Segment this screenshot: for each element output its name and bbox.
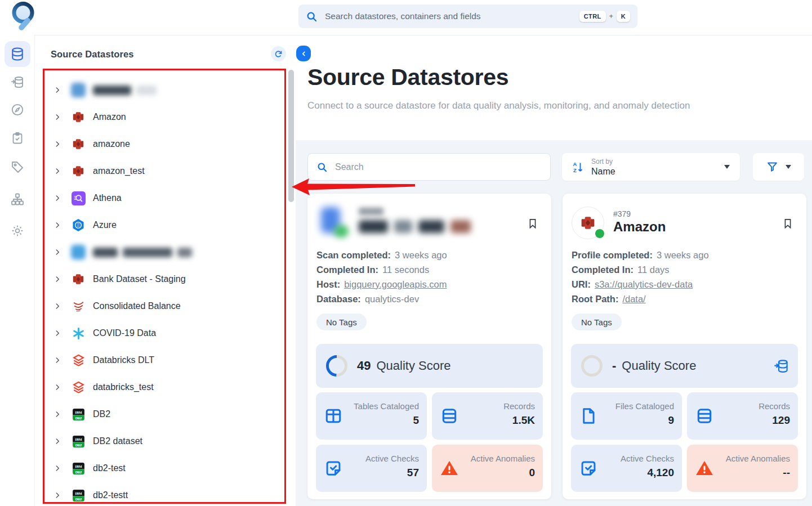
tile-label: Active Checks (621, 454, 674, 463)
chevron-right-icon[interactable] (53, 113, 61, 121)
datastore-search-input[interactable]: Search (307, 153, 551, 181)
chevron-right-icon[interactable] (53, 302, 61, 310)
global-search-input[interactable]: Search datastores, containers and fields… (298, 5, 637, 28)
chevron-right-icon[interactable] (53, 86, 61, 94)
active-anomalies-tile[interactable]: Active Anomalies 0 (432, 445, 543, 492)
quality-score-value: - (612, 359, 616, 373)
datastore-tree-item[interactable]: databricks_test (35, 374, 296, 401)
info-label: URI: (572, 279, 591, 290)
datastore-tree-item[interactable]: Athena (35, 185, 296, 212)
datastore-tree-item[interactable]: amazon_test (35, 158, 296, 185)
datastore-tree-item[interactable] (35, 77, 296, 104)
search-placeholder: Search (335, 162, 364, 172)
datastore-tree-item[interactable]: Amazon (35, 104, 296, 131)
blurred-datastore-id (359, 208, 383, 215)
checks-icon (579, 459, 597, 477)
chevron-right-icon[interactable] (53, 437, 61, 445)
datastore-tree-item[interactable]: Bank Dataset - Staging (35, 266, 296, 293)
datastore-tree-item[interactable]: IBMDB2 DB2 dataset (35, 428, 296, 455)
stat-tiles: Files Cataloged 9 Records 129 Active Che… (571, 392, 798, 492)
svg-text:01: 01 (77, 225, 79, 227)
chevron-right-icon[interactable] (53, 410, 61, 418)
blurred-label (93, 248, 192, 257)
active-anomalies-tile[interactable]: Active Anomalies -- (687, 445, 798, 492)
svg-text:IBM: IBM (75, 437, 82, 441)
nav-settings[interactable] (11, 224, 24, 238)
tile-label: Tables Cataloged (354, 401, 419, 411)
db2-icon: IBMDB2 (71, 434, 86, 449)
host-link[interactable]: bigquery.googleapis.com (344, 279, 447, 290)
info-label: Scan completed: (316, 250, 391, 261)
global-search-placeholder: Search datastores, containers and fields (325, 11, 481, 21)
db2-icon: IBMDB2 (71, 488, 86, 503)
panel-title: Source Datastores (51, 49, 134, 60)
active-checks-tile[interactable]: Active Checks 4,120 (571, 445, 682, 492)
quality-score-ring (325, 354, 349, 378)
app-root: Search datastores, containers and fields… (0, 0, 812, 506)
chevron-right-icon[interactable] (53, 140, 61, 148)
datastore-tree-item[interactable] (35, 239, 296, 266)
nav-source-datastores[interactable] (5, 41, 30, 67)
datastore-card-amazon[interactable]: #379 Amazon Profile completed:3 weeks ag… (563, 194, 806, 499)
chevron-right-icon[interactable] (53, 248, 61, 256)
chevron-right-icon[interactable] (53, 221, 61, 229)
nav-lineage[interactable] (11, 192, 24, 206)
tags-chip[interactable]: No Tags (316, 314, 367, 330)
datastore-tree-item[interactable]: amazone (35, 131, 296, 158)
records-tile[interactable]: Records 1.5K (432, 392, 543, 440)
nav-enrichment-datastores[interactable] (11, 75, 24, 89)
refresh-button[interactable] (271, 46, 286, 61)
datastore-tree-item[interactable]: 1001 Azure (35, 212, 296, 239)
quality-score-panel: - Quality Score (571, 344, 798, 388)
bookmark-icon[interactable] (782, 218, 793, 230)
records-tile[interactable]: Records 129 (687, 392, 798, 440)
chevron-right-icon[interactable] (53, 491, 61, 499)
info-value: 11 days (637, 265, 670, 275)
datastore-tree-item[interactable]: IBMDB2 DB2 (35, 401, 296, 428)
chevron-right-icon[interactable] (53, 356, 61, 364)
chevron-right-icon[interactable] (53, 194, 61, 202)
bookmark-icon[interactable] (527, 218, 538, 230)
chevron-right-icon[interactable] (53, 275, 61, 283)
svg-text:DB2: DB2 (75, 470, 82, 473)
table-icon (324, 407, 342, 425)
datastore-info: Scan completed:3 weeks ago Completed In:… (316, 248, 447, 306)
quality-score-ring (580, 354, 604, 378)
tile-value: 9 (668, 414, 674, 427)
tile-label: Active Anomalies (471, 454, 535, 463)
collapse-panel-button[interactable] (296, 46, 311, 61)
records-icon (695, 407, 713, 425)
chevron-right-icon[interactable] (53, 329, 61, 337)
blur-b-icon (71, 245, 86, 259)
uri-link[interactable]: s3a://qualytics-dev-data (595, 279, 693, 290)
enrichment-datastore-icon[interactable] (774, 359, 789, 374)
chevron-right-icon[interactable] (53, 167, 61, 175)
nav-checks[interactable] (11, 132, 24, 145)
datastores-panel: Source Datastores (35, 35, 296, 506)
nav-tags[interactable] (11, 160, 24, 174)
svg-text:DB2: DB2 (75, 416, 82, 419)
datastore-name: Amazon (613, 219, 666, 235)
tags-chip[interactable]: No Tags (572, 314, 622, 330)
active-checks-tile[interactable]: Active Checks 57 (316, 445, 427, 492)
app-logo-icon[interactable] (7, 0, 38, 33)
filter-dropdown[interactable] (753, 153, 804, 181)
page-subtitle: Connect to a source datastore for data q… (307, 100, 690, 111)
datastore-tree-item[interactable]: IBMDB2 db2-test (35, 455, 296, 482)
panel-scrollbar[interactable] (288, 70, 294, 202)
datastore-tree-item[interactable]: IBMDB2 db2-testt (35, 482, 296, 506)
chevron-right-icon[interactable] (53, 464, 61, 472)
chevron-right-icon[interactable] (53, 383, 61, 391)
nav-explore[interactable] (11, 103, 24, 117)
quality-score-value: 49 (357, 359, 371, 373)
datastore-card-blurred[interactable]: Scan completed:3 weeks ago Completed In:… (307, 194, 551, 499)
blurred-datastore-name (359, 220, 471, 233)
datastore-tree-item[interactable]: Databricks DLT (35, 347, 296, 374)
files-cataloged-tile[interactable]: Files Cataloged 9 (571, 392, 682, 440)
sort-dropdown[interactable]: AZ Sort by Name (562, 153, 740, 181)
datastore-tree-item[interactable]: Consolidated Balance (35, 293, 296, 320)
tables-cataloged-tile[interactable]: Tables Cataloged 5 (316, 392, 427, 440)
datastore-tree-item[interactable]: COVID-19 Data (35, 320, 296, 347)
svg-text:DB2: DB2 (75, 443, 82, 446)
root-path-link[interactable]: /data/ (622, 294, 645, 305)
